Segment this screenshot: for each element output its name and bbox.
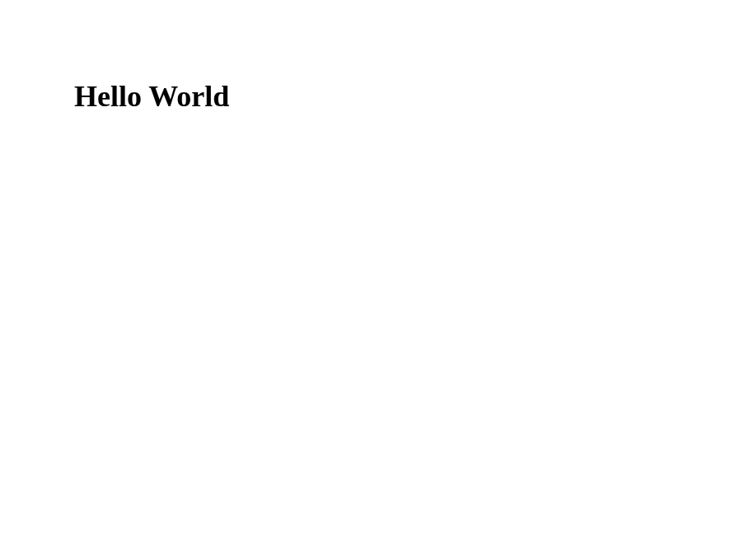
page-title: Hello World [74,79,671,114]
page-content: Hello World [0,0,745,194]
